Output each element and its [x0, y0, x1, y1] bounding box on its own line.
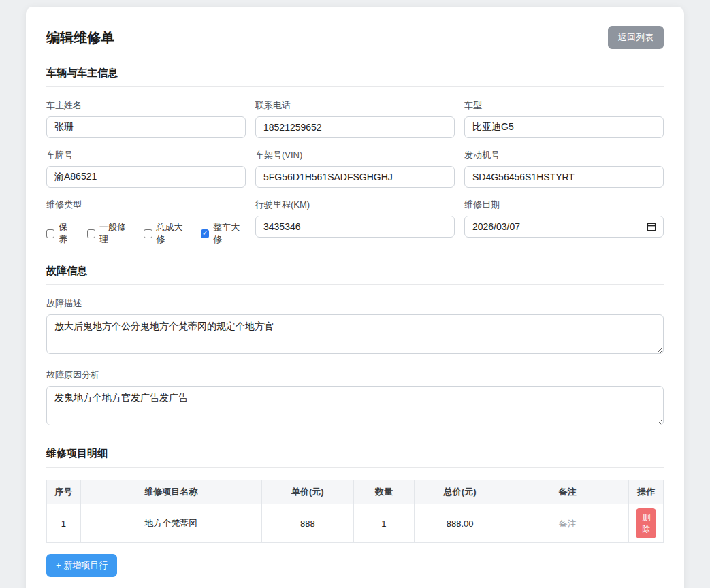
repair-type-checkbox-general-repair[interactable]: 一般修理 — [87, 221, 132, 246]
repair-items-section: 维修项目明细 序号 维修项目名称 单价(元) 数量 总价(元) 备注 操作 1 — [46, 447, 664, 577]
vin-field: 车架号(VIN) — [255, 149, 455, 188]
fault-description-label: 故障描述 — [46, 297, 664, 310]
row-item-name-cell — [80, 504, 261, 543]
row-quantity-cell — [354, 504, 415, 543]
repair-date-field: 维修日期 2026/03/07 — [464, 199, 664, 246]
repair-type-field: 维修类型 保养 一般修理 总成大修 — [46, 199, 246, 246]
delete-row-button[interactable]: 删除 — [636, 508, 656, 539]
fault-info-section-title: 故障信息 — [46, 265, 664, 285]
fault-analysis-textarea[interactable]: 发鬼地方个地方官发广告发广告 — [46, 386, 664, 425]
vehicle-owner-section: 车辆与车主信息 车主姓名 联系电话 车型 车牌号 车架号(VIN) — [46, 67, 664, 246]
repair-date-value: 2026/03/07 — [472, 221, 520, 232]
engine-number-label: 发动机号 — [464, 149, 664, 161]
repair-date-label: 维修日期 — [464, 199, 664, 211]
header-remark: 备注 — [506, 480, 629, 504]
remark-input[interactable] — [511, 519, 625, 529]
vehicle-owner-section-title: 车辆与车主信息 — [46, 67, 664, 87]
checkbox-icon — [144, 229, 152, 238]
repair-type-checkbox-full-overhaul[interactable]: 整车大修 — [201, 221, 246, 246]
calendar-icon — [647, 222, 656, 231]
card-header: 编辑维修单 返回列表 — [46, 26, 664, 49]
row-remark-cell — [506, 504, 629, 543]
fault-analysis-field: 故障原因分析 发鬼地方个地方官发广告发广告 — [46, 369, 664, 428]
row-index-cell: 1 — [47, 504, 81, 543]
engine-number-input[interactable] — [464, 166, 664, 188]
header-quantity: 数量 — [354, 480, 415, 504]
row-total-price-cell: 888.00 — [414, 504, 506, 543]
row-unit-price-cell — [261, 504, 354, 543]
table-row: 1 888.00 删除 — [47, 504, 664, 543]
back-to-list-button[interactable]: 返回列表 — [608, 26, 664, 49]
phone-field: 联系电话 — [255, 99, 455, 138]
repair-type-checkbox-assembly-overhaul[interactable]: 总成大修 — [144, 221, 189, 246]
owner-name-field: 车主姓名 — [46, 99, 246, 138]
phone-input[interactable] — [255, 116, 455, 138]
header-total-price: 总价(元) — [414, 480, 506, 504]
repair-type-checkbox-maintenance[interactable]: 保养 — [46, 221, 75, 246]
car-model-field: 车型 — [464, 99, 664, 138]
item-name-input[interactable] — [85, 519, 257, 529]
page-title: 编辑维修单 — [46, 29, 114, 47]
checkbox-icon — [46, 229, 54, 238]
plate-number-field: 车牌号 — [46, 149, 246, 188]
owner-name-input[interactable] — [46, 116, 246, 138]
vin-input[interactable] — [255, 166, 455, 188]
mileage-field: 行驶里程(KM) — [255, 199, 455, 246]
fault-info-section: 故障信息 故障描述 放大后鬼地方个公分鬼地方个梵蒂冈的规定个地方官 故障原因分析… — [46, 265, 664, 428]
unit-price-input[interactable] — [266, 519, 350, 529]
repair-items-table: 序号 维修项目名称 单价(元) 数量 总价(元) 备注 操作 1 — [46, 480, 664, 543]
vin-label: 车架号(VIN) — [255, 149, 455, 161]
repair-type-label: 维修类型 — [46, 199, 246, 211]
fault-analysis-label: 故障原因分析 — [46, 369, 664, 381]
header-index: 序号 — [47, 480, 81, 504]
mileage-label: 行驶里程(KM) — [255, 199, 455, 211]
table-header-row: 序号 维修项目名称 单价(元) 数量 总价(元) 备注 操作 — [47, 480, 664, 504]
mileage-input[interactable] — [255, 216, 455, 238]
checkbox-icon — [87, 229, 95, 238]
owner-name-label: 车主姓名 — [46, 99, 246, 112]
row-operation-cell: 删除 — [629, 504, 664, 543]
repair-items-section-title: 维修项目明细 — [46, 447, 664, 468]
header-operation: 操作 — [629, 480, 664, 504]
checkbox-icon — [201, 229, 209, 238]
quantity-input[interactable] — [358, 519, 410, 529]
header-item-name: 维修项目名称 — [80, 480, 261, 504]
engine-number-field: 发动机号 — [464, 149, 664, 188]
plate-number-label: 车牌号 — [46, 149, 246, 161]
car-model-label: 车型 — [464, 99, 664, 112]
repair-date-input[interactable]: 2026/03/07 — [464, 216, 664, 238]
add-item-row-button[interactable]: + 新增项目行 — [46, 554, 117, 577]
fault-description-textarea[interactable]: 放大后鬼地方个公分鬼地方个梵蒂冈的规定个地方官 — [46, 314, 664, 354]
car-model-input[interactable] — [464, 116, 664, 138]
fault-description-field: 故障描述 放大后鬼地方个公分鬼地方个梵蒂冈的规定个地方官 — [46, 297, 664, 357]
edit-repair-order-card: 编辑维修单 返回列表 车辆与车主信息 车主姓名 联系电话 车型 车牌号 车架 — [26, 7, 684, 588]
header-unit-price: 单价(元) — [261, 480, 354, 504]
plate-number-input[interactable] — [46, 166, 246, 188]
phone-label: 联系电话 — [255, 99, 455, 112]
